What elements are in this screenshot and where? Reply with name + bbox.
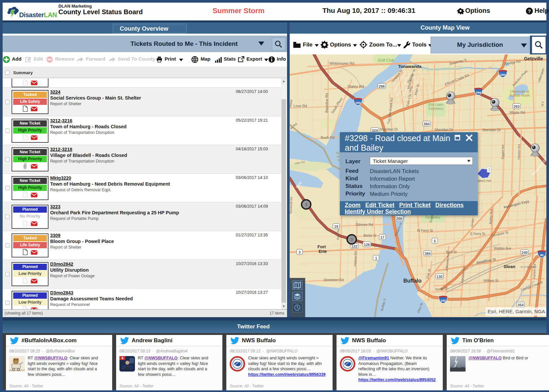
svg-text:190: 190 xyxy=(440,299,446,302)
svg-text:190: 190 xyxy=(355,101,361,105)
svg-text:324: 324 xyxy=(372,129,378,133)
svg-text:Getzville: Getzville xyxy=(524,56,543,61)
svg-text:263: 263 xyxy=(514,105,520,108)
svg-text:Isl: Isl xyxy=(337,155,339,158)
svg-text:1: 1 xyxy=(375,256,377,260)
svg-text:Fort: Fort xyxy=(317,244,326,249)
svg-text:University at: University at xyxy=(510,89,529,93)
svg-text:Staley Rd: Staley Rd xyxy=(347,84,364,88)
svg-text:Buffalo-North: Buffalo-North xyxy=(509,93,530,97)
svg-text:266: 266 xyxy=(396,217,402,221)
svg-text:Sloan: Sloan xyxy=(503,264,515,269)
svg-text:290: 290 xyxy=(500,73,505,76)
svg-text:Buffalo: Buffalo xyxy=(403,278,421,284)
svg-text:Walden Ave: Walden Ave xyxy=(494,247,511,250)
svg-text:126: 126 xyxy=(364,243,370,247)
svg-text:130: 130 xyxy=(436,275,442,279)
svg-text:Helena Rd: Helena Rd xyxy=(353,251,357,266)
svg-text:Bertie St: Bertie St xyxy=(364,234,376,237)
svg-text:19: 19 xyxy=(334,225,338,228)
svg-text:Sheridan Dr: Sheridan Dr xyxy=(482,128,501,132)
svg-text:Ba: Ba xyxy=(336,151,339,155)
svg-text:3: 3 xyxy=(305,202,307,207)
svg-text:Sheridan Dr: Sheridan Dr xyxy=(435,128,453,132)
svg-text:Love Rd: Love Rd xyxy=(294,104,307,108)
svg-text:Golf Club: Golf Club xyxy=(378,58,394,63)
svg-text:266: 266 xyxy=(379,84,385,88)
svg-text:W Ferry St: W Ferry St xyxy=(417,229,433,232)
svg-text:?: ? xyxy=(528,8,531,14)
svg-text:17: 17 xyxy=(380,235,384,239)
svg-text:Baseline Rd: Baseline Rd xyxy=(325,93,329,112)
svg-text:Eggert Rd: Eggert Rd xyxy=(501,145,504,159)
svg-text:Elm Lawn: Elm Lawn xyxy=(428,103,443,106)
svg-text:384: 384 xyxy=(425,252,431,256)
svg-text:Tonawanda: Tonawanda xyxy=(398,64,422,69)
svg-text:3: 3 xyxy=(299,250,301,254)
svg-text:384: 384 xyxy=(424,122,430,126)
svg-text:Petit Rd: Petit Rd xyxy=(336,228,340,240)
svg-text:Erie: Erie xyxy=(319,249,327,254)
svg-text:Bush Rd: Bush Rd xyxy=(321,136,335,139)
svg-text:90: 90 xyxy=(540,253,544,257)
svg-text:N S Buffalo: N S Buffalo xyxy=(521,265,536,269)
svg-text:Dominion Rd: Dominion Rd xyxy=(324,278,344,282)
svg-text:4: 4 xyxy=(121,356,123,360)
svg-text:3: 3 xyxy=(350,237,353,242)
svg-text:122: 122 xyxy=(351,244,357,248)
svg-text:3: 3 xyxy=(488,168,490,171)
svg-text:290: 290 xyxy=(476,91,481,94)
svg-text:William St: William St xyxy=(484,279,499,283)
svg-text:354: 354 xyxy=(518,303,524,307)
svg-text:E Ferry St: E Ferry St xyxy=(470,232,485,236)
svg-text:spect Ave: spect Ave xyxy=(477,179,491,182)
svg-text:240: 240 xyxy=(522,251,528,255)
svg-text:A BUFFALOINABOX.COM: A BUFFALOINABOX.COM xyxy=(9,370,25,371)
svg-text:Cemetery: Cemetery xyxy=(428,106,443,110)
svg-text:Maple Rd: Maple Rd xyxy=(509,110,525,114)
svg-text:Gilmore Rd: Gilmore Rd xyxy=(355,223,373,226)
svg-text:Harlem Rd: Harlem Rd xyxy=(517,144,521,160)
svg-text:5: 5 xyxy=(434,239,436,243)
svg-text:Sheridan Dr: Sheridan Dr xyxy=(379,127,398,131)
svg-text:Whitehaven Rd: Whitehaven Rd xyxy=(329,61,354,65)
